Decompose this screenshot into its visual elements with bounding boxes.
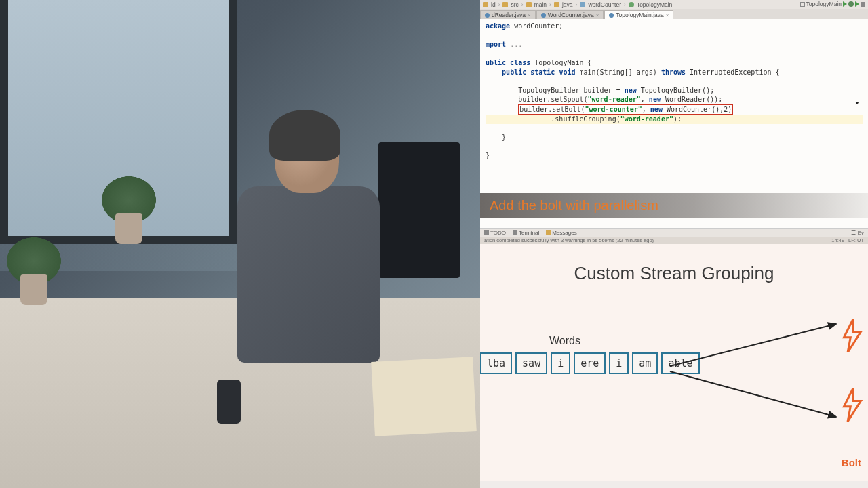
tab-topologymain[interactable]: TopologyMain.java ×	[604, 10, 673, 19]
word-box: i	[609, 352, 629, 374]
screen-share-panel: ld› src› main› java› wordCounter› Topolo…	[480, 0, 868, 488]
java-file-icon	[609, 13, 614, 18]
word-box: saw	[515, 352, 547, 374]
ide-bottom-tabs[interactable]: TODO Terminal Messages ☰ Ev	[480, 228, 868, 237]
highlighted-code-line: builder.setBolt("word-counter", new Word…	[518, 104, 733, 115]
caption-overlay: Add the bolt with parallelism	[480, 193, 868, 218]
close-icon[interactable]: ×	[666, 12, 669, 18]
presenter	[203, 115, 393, 386]
word-box: i	[551, 352, 570, 374]
status-bar: ation completed successfully with 3 warn…	[480, 237, 868, 244]
mouse-cursor-icon: ➤	[854, 99, 861, 110]
svg-line-0	[670, 324, 836, 366]
close-icon[interactable]: ×	[596, 12, 599, 18]
presentation-slide: Custom Stream Grouping Words lba saw i e…	[480, 244, 868, 481]
java-file-icon	[541, 13, 546, 18]
run-coverage-icon[interactable]	[855, 1, 859, 7]
ide-window: ld› src› main› java› wordCounter› Topolo…	[480, 0, 868, 244]
tab-terminal[interactable]: Terminal	[513, 230, 539, 236]
stream-arrows	[667, 319, 843, 427]
phone	[217, 380, 241, 424]
papers	[371, 357, 477, 436]
cursor-position: 14:49	[831, 237, 844, 243]
tab-eventlog[interactable]: ☰ Ev	[851, 230, 864, 236]
word-box: am	[632, 352, 658, 374]
tab-messages[interactable]: Messages	[546, 230, 576, 236]
plant	[7, 237, 61, 305]
lightning-bolt-icon	[841, 388, 864, 422]
plant	[102, 176, 156, 244]
video-presenter-panel	[0, 0, 480, 488]
words-label: Words	[549, 335, 580, 347]
word-box: lba	[480, 352, 512, 374]
stop-icon[interactable]	[861, 2, 865, 7]
slide-title: Custom Stream Grouping	[480, 263, 868, 284]
build-status: ation completed successfully with 3 warn…	[484, 237, 654, 243]
debug-icon[interactable]	[848, 1, 854, 7]
editor-tabs[interactable]: dReader.java × WordCounter.java × Topolo…	[480, 9, 868, 19]
lightning-bolt-icon	[841, 319, 864, 352]
run-icon[interactable]	[843, 1, 847, 7]
close-icon[interactable]: ×	[528, 12, 531, 18]
encoding: LF: UT	[848, 237, 864, 243]
tab-todo[interactable]: TODO	[484, 230, 506, 236]
breadcrumb[interactable]: ld› src› main› java› wordCounter› Topolo…	[480, 0, 868, 9]
caption-text: Add the bolt with parallelism	[490, 198, 658, 214]
word-box: ere	[574, 352, 606, 374]
run-config-label[interactable]: TopologyMain	[806, 1, 842, 7]
tab-wordcounter[interactable]: WordCounter.java ×	[536, 10, 604, 19]
run-toolbar[interactable]: TopologyMain	[800, 1, 865, 7]
java-file-icon	[485, 13, 490, 18]
tab-wordreader[interactable]: dReader.java ×	[480, 10, 536, 19]
bolt-label: Bolt	[842, 457, 861, 468]
svg-line-1	[670, 371, 836, 417]
